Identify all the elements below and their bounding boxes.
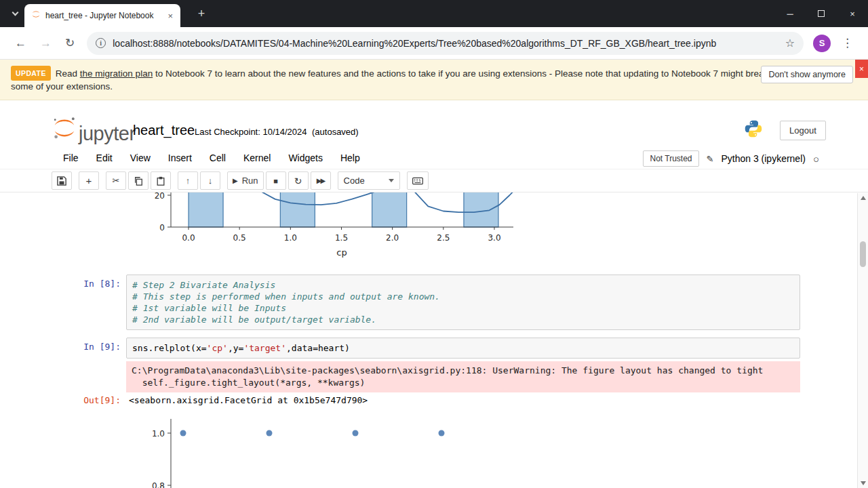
menu-item-widgets[interactable]: Widgets bbox=[279, 148, 332, 168]
migration-plan-link[interactable]: the migration plan bbox=[80, 68, 153, 79]
banner-close-button[interactable]: × bbox=[855, 60, 868, 78]
code-comment-line: # 1st variable will be Inputs bbox=[132, 302, 794, 314]
cell-in9-input[interactable]: sns.relplot(x='cp',y='target',data=heart… bbox=[126, 338, 800, 359]
scrollbar-thumb[interactable] bbox=[860, 241, 866, 267]
url-text[interactable]: localhost:8888/notebooks/DATAMITES/04-Ma… bbox=[113, 38, 779, 49]
maximize-icon bbox=[818, 10, 825, 17]
logout-button[interactable]: Logout bbox=[780, 121, 826, 140]
browser-tab[interactable]: heart_tree - Jupyter Notebook × bbox=[24, 4, 180, 27]
forward-icon[interactable]: → bbox=[40, 37, 52, 49]
tab-title: heart_tree - Jupyter Notebook bbox=[45, 11, 165, 20]
cell9-code-line: sns.relplot(x='cp',y='target',data=heart… bbox=[132, 342, 794, 354]
edit-mode-pencil-icon: ✎ bbox=[707, 154, 714, 164]
profile-avatar[interactable]: S bbox=[813, 35, 831, 52]
restart-run-all-button[interactable]: ▶▶ bbox=[311, 171, 331, 190]
jupyter-wordmark: jupyter bbox=[79, 125, 136, 144]
clipboard-icon bbox=[156, 176, 165, 186]
svg-text:2.5: 2.5 bbox=[437, 233, 450, 243]
kernel-name: Python 3 (ipykernel) bbox=[721, 153, 806, 164]
cell-out9-prompt: Out[9]: bbox=[75, 395, 121, 405]
browser-navbar: ← → ↻ i localhost:8888/notebooks/DATAMIT… bbox=[0, 27, 868, 60]
scroll-up-arrow-icon[interactable] bbox=[861, 196, 866, 200]
menu-item-cell[interactable]: Cell bbox=[201, 148, 235, 168]
cell-type-value: Code bbox=[344, 176, 365, 186]
notebook-title[interactable]: heart_tree bbox=[133, 123, 195, 138]
menu-item-kernel[interactable]: Kernel bbox=[235, 148, 279, 168]
menu-item-insert[interactable]: Insert bbox=[159, 148, 201, 168]
chevron-down-icon bbox=[12, 9, 18, 16]
paste-cells-button[interactable] bbox=[151, 171, 171, 190]
svg-text:cp: cp bbox=[336, 247, 347, 258]
command-palette-button[interactable] bbox=[407, 171, 429, 190]
menu-item-edit[interactable]: Edit bbox=[87, 148, 121, 168]
code-token: ,data=heart) bbox=[286, 343, 350, 353]
cell-in8-input[interactable]: # Step 2 Bivariate Analysis# This step i… bbox=[126, 274, 800, 330]
cell8-code-lines: # Step 2 Bivariate Analysis# This step i… bbox=[132, 279, 794, 325]
site-info-icon[interactable]: i bbox=[96, 38, 106, 48]
jupyter-logo[interactable]: jupyter bbox=[52, 115, 136, 144]
autosave-text: (autosaved) bbox=[312, 127, 359, 137]
svg-text:1.0: 1.0 bbox=[152, 429, 165, 439]
restart-kernel-button[interactable]: ↻ bbox=[288, 171, 309, 190]
window-minimize-button[interactable]: ─ bbox=[774, 0, 806, 27]
tab-actions-menu-button[interactable] bbox=[5, 4, 24, 23]
svg-text:3.0: 3.0 bbox=[488, 233, 500, 243]
back-icon[interactable]: ← bbox=[15, 37, 26, 49]
python-logo-icon bbox=[744, 119, 763, 141]
code-comment-line: # This step is performed when inputs and… bbox=[132, 291, 794, 302]
move-cell-up-button[interactable]: ↑ bbox=[178, 171, 198, 190]
svg-text:0.5: 0.5 bbox=[233, 233, 246, 243]
scroll-down-arrow-icon[interactable] bbox=[861, 481, 866, 485]
code-token: sns.relplot(x= bbox=[132, 343, 207, 353]
code-string-token: 'cp' bbox=[207, 343, 228, 353]
browser-menu-icon[interactable]: ⋮ bbox=[842, 37, 853, 49]
browser-titlebar: heart_tree - Jupyter Notebook × + ─ × bbox=[0, 0, 868, 27]
notebook-menubar: FileEditViewInsertCellKernelWidgetsHelp … bbox=[0, 148, 868, 169]
svg-text:0.0: 0.0 bbox=[182, 233, 195, 243]
code-string-token: 'target' bbox=[243, 343, 286, 353]
svg-text:2.0: 2.0 bbox=[386, 233, 399, 243]
copy-cells-button[interactable] bbox=[128, 171, 149, 190]
menu-item-view[interactable]: View bbox=[121, 148, 159, 168]
cp-histogram: 0.00.51.01.52.02.53.0020cp bbox=[0, 192, 868, 261]
not-trusted-button[interactable]: Not Trusted bbox=[643, 150, 698, 167]
select-caret-icon bbox=[389, 179, 394, 182]
warning-line: C:\ProgramData\anaconda3\Lib\site-packag… bbox=[132, 365, 795, 377]
new-tab-button[interactable]: + bbox=[193, 5, 210, 22]
run-button[interactable]: ▶ Run bbox=[227, 171, 264, 190]
cell-type-select[interactable]: Code bbox=[338, 171, 400, 190]
cut-cells-button[interactable]: ✂ bbox=[106, 171, 126, 190]
kernel-idle-icon: ○ bbox=[813, 153, 819, 165]
vertical-scrollbar[interactable] bbox=[857, 193, 868, 488]
out9-value: <seaborn.axisgrid.FacetGrid at 0x1b5e747… bbox=[129, 395, 368, 405]
interrupt-kernel-button[interactable]: ■ bbox=[266, 171, 286, 190]
menu-item-file[interactable]: File bbox=[54, 148, 87, 168]
warning-line: self._figure.tight_layout(*args, **kwarg… bbox=[132, 377, 795, 389]
menu-item-help[interactable]: Help bbox=[332, 148, 369, 168]
window-controls: ─ × bbox=[774, 0, 868, 27]
save-button[interactable] bbox=[52, 171, 72, 190]
notebook-header: jupyter heart_tree Last Checkpoint: 10/1… bbox=[0, 100, 868, 148]
jupyter-favicon-icon bbox=[31, 9, 41, 22]
bookmark-star-icon[interactable]: ☆ bbox=[785, 37, 795, 49]
copy-icon bbox=[134, 176, 143, 186]
insert-cell-button[interactable]: + bbox=[79, 171, 99, 190]
relplot-scatter: 1.00.8 bbox=[0, 407, 868, 488]
svg-text:20: 20 bbox=[155, 192, 165, 201]
floppy-icon bbox=[57, 176, 66, 186]
menubar-right: Not Trusted ✎ Python 3 (ipykernel) ○ bbox=[643, 148, 819, 169]
move-cell-down-button[interactable]: ↓ bbox=[200, 171, 220, 190]
svg-text:0: 0 bbox=[159, 223, 165, 232]
address-bar[interactable]: i localhost:8888/notebooks/DATAMITES/04-… bbox=[87, 32, 804, 55]
dismiss-banner-button[interactable]: Don't show anymore bbox=[761, 66, 853, 83]
window-close-button[interactable]: × bbox=[837, 0, 868, 27]
reload-icon[interactable]: ↻ bbox=[65, 37, 75, 49]
play-icon: ▶ bbox=[233, 177, 238, 184]
warning-output: C:\ProgramData\anaconda3\Lib\site-packag… bbox=[126, 361, 800, 392]
notebook-toolbar: + ✂ ↑ ↓ ▶ Run ■ ↻ ▶▶ Code bbox=[0, 169, 868, 192]
window-maximize-button[interactable] bbox=[806, 0, 837, 27]
notification-banner: UPDATERead the migration plan to Noteboo… bbox=[0, 60, 868, 100]
cell-in9-prompt: In [9]: bbox=[75, 342, 121, 352]
tab-close-icon[interactable]: × bbox=[165, 11, 175, 21]
cell-in8-prompt: In [8]: bbox=[75, 279, 121, 289]
